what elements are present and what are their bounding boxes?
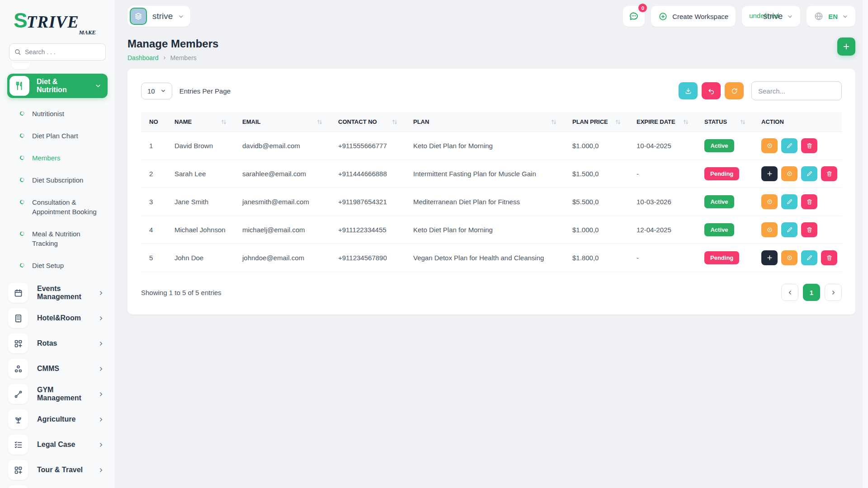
add-button[interactable] — [761, 166, 778, 181]
cell-status: Active — [700, 188, 757, 216]
undo-button[interactable] — [702, 82, 721, 99]
column-header-plan-price[interactable]: PLAN PRICE — [568, 112, 632, 132]
grid-plus-icon — [8, 333, 28, 353]
column-header-email[interactable]: EMAIL — [238, 112, 334, 132]
create-workspace-button[interactable]: Create Workspace — [651, 6, 736, 27]
bullet-icon — [19, 111, 25, 117]
export-button[interactable] — [679, 82, 698, 99]
sidebar-group-tour-travel[interactable]: Tour & Travel — [7, 460, 108, 480]
breadcrumb: Dashboard Members — [127, 54, 218, 61]
cell-email: davidb@email.com — [238, 132, 334, 160]
language-label: EN — [828, 13, 838, 20]
sidebar-group-label: Diet & Nutrition — [37, 78, 88, 94]
sidebar-group-cmms[interactable]: CMMS — [7, 359, 108, 379]
column-header-expire-date[interactable]: EXPIRE DATE — [632, 112, 700, 132]
pagination-page-button[interactable]: 1 — [803, 284, 820, 301]
members-table-card: 10 Entries Per Page NONAMEEMAILCONTACT N… — [127, 69, 855, 314]
sidebar-item-diet-subscription[interactable]: Diet Subscription — [7, 169, 108, 191]
sort-icon — [683, 119, 689, 125]
language-selector[interactable]: EN — [807, 6, 855, 27]
members-table: NONAMEEMAILCONTACT NOPLANPLAN PRICEEXPIR… — [141, 112, 842, 272]
sidebar-item-nutritionist[interactable]: Nutritionist — [7, 103, 108, 125]
page-header: Manage Members Dashboard Members — [127, 38, 855, 61]
sidebar-group-legal-case[interactable]: Legal Case — [7, 435, 108, 455]
sidebar-group-gym-management[interactable]: GYM Management — [7, 384, 108, 404]
column-header-contact-no[interactable]: CONTACT NO — [334, 112, 409, 132]
delete-button[interactable] — [821, 250, 837, 265]
edit-button[interactable] — [781, 138, 797, 153]
status-badge: Active — [704, 195, 734, 208]
delete-button[interactable] — [801, 194, 817, 209]
delete-button[interactable] — [801, 222, 817, 237]
add-member-button[interactable] — [837, 38, 855, 56]
view-button[interactable] — [781, 250, 797, 265]
brand-logo[interactable]: STRIVE MAKE — [7, 7, 108, 36]
pagination-next-button[interactable] — [825, 284, 842, 301]
view-button[interactable] — [761, 194, 778, 209]
column-header-name[interactable]: NAME — [170, 112, 238, 132]
workspace-switcher[interactable]: undefined strive — [742, 6, 800, 27]
partially-scrolled-menu-tile — [12, 63, 30, 69]
column-header-status[interactable]: STATUS — [700, 112, 757, 132]
sidebar-group-label: Agriculture — [37, 415, 89, 423]
cell-name: Michael Johnson — [170, 216, 238, 244]
building-icon — [8, 308, 28, 328]
view-button[interactable] — [781, 166, 797, 181]
scrollbar[interactable] — [862, 0, 868, 488]
chat-button[interactable]: 0 — [623, 6, 645, 27]
sidebar-item-meal-nutrition-tracking[interactable]: Meal & Nutrition Tracking — [7, 223, 108, 254]
cell-plan: Intermittent Fasting Plan for Muscle Gai… — [409, 160, 568, 188]
sidebar-group-label: Hotel&Room — [37, 314, 89, 322]
cell-plan-price: $1.500,0 — [568, 160, 632, 188]
logo-letter: S — [14, 10, 27, 31]
cell-status: Pending — [700, 160, 757, 188]
delete-button[interactable] — [821, 166, 837, 181]
cell-name: Jane Smith — [170, 188, 238, 216]
cell-plan-price: $1.000,0 — [568, 216, 632, 244]
nodes-icon — [8, 359, 28, 379]
edit-button[interactable] — [781, 222, 797, 237]
workspace-grid-icon: undefined — [749, 12, 759, 21]
sidebar-search-input[interactable] — [9, 43, 106, 61]
table-row: 5John Doejohndoe@email.com+911234567890V… — [141, 244, 842, 272]
sidebar-item-diet-plan-chart[interactable]: Diet Plan Chart — [7, 125, 108, 147]
entries-per-page-label: Entries Per Page — [179, 87, 231, 95]
fork-knife-icon — [9, 76, 29, 96]
sidebar-group-courier[interactable]: Courier — [7, 485, 108, 488]
sidebar-group-agriculture[interactable]: Agriculture — [7, 409, 108, 429]
edit-button[interactable] — [781, 194, 797, 209]
sidebar-item-consultation-appointment-booking[interactable]: Consultation & Appointment Booking — [7, 191, 108, 223]
sidebar-item-label: Diet Setup — [32, 261, 64, 270]
cell-expire-date: - — [632, 160, 700, 188]
column-header-plan[interactable]: PLAN — [409, 112, 568, 132]
workspace-selector[interactable]: strive — [127, 6, 190, 27]
delete-button[interactable] — [801, 138, 817, 153]
cell-no: 1 — [141, 132, 170, 160]
column-label: PLAN PRICE — [572, 118, 608, 125]
refresh-button[interactable] — [725, 82, 744, 99]
add-button[interactable] — [761, 250, 778, 265]
sidebar-group-rotas[interactable]: Rotas — [7, 333, 108, 353]
sidebar-group-diet-nutrition[interactable]: Diet & Nutrition — [7, 74, 108, 98]
status-badge: Active — [704, 139, 734, 152]
cell-plan-price: $1.000,0 — [568, 132, 632, 160]
breadcrumb-dashboard-link[interactable]: Dashboard — [127, 54, 159, 61]
workspace-icon — [130, 8, 147, 25]
cell-expire-date: 10-03-2026 — [632, 188, 700, 216]
cell-email: michaelj@email.com — [238, 216, 334, 244]
pagination-prev-button[interactable] — [781, 284, 798, 301]
sidebar-item-diet-setup[interactable]: Diet Setup — [7, 254, 108, 277]
plus-icon — [842, 42, 850, 51]
table-search-input[interactable] — [751, 81, 842, 100]
entries-per-page-select[interactable]: 10 — [141, 83, 172, 99]
cell-status: Pending — [700, 244, 757, 272]
sidebar-group-events-management[interactable]: Events Management — [7, 283, 108, 303]
cell-action — [757, 160, 842, 188]
edit-button[interactable] — [801, 250, 817, 265]
edit-button[interactable] — [801, 166, 817, 181]
view-button[interactable] — [761, 138, 778, 153]
bullet-icon — [19, 133, 25, 139]
sidebar-item-members[interactable]: Members — [7, 147, 108, 169]
view-button[interactable] — [761, 222, 778, 237]
sidebar-group-hotel-room[interactable]: Hotel&Room — [7, 308, 108, 328]
